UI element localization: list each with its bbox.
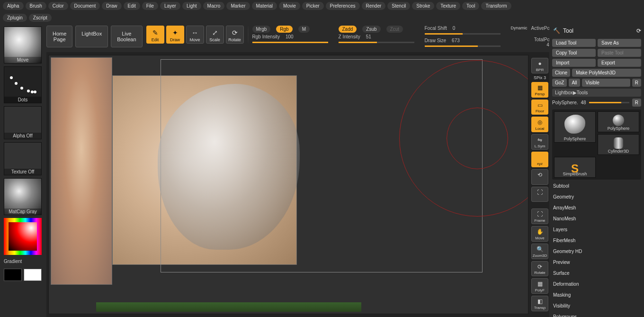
menu-item-marker[interactable]: Marker bbox=[226, 2, 250, 10]
move-mode-button[interactable]: ↔Move bbox=[186, 26, 204, 44]
quicksave-r-button[interactable]: R bbox=[632, 99, 641, 107]
section-preview[interactable]: Preview bbox=[552, 258, 641, 267]
z-intensity-slider[interactable] bbox=[339, 42, 414, 43]
local-button[interactable]: ◎Local bbox=[531, 117, 548, 132]
menu-item-stencil[interactable]: Stencil bbox=[387, 2, 410, 10]
mrgb-toggle[interactable]: Mrgb bbox=[252, 26, 271, 33]
quicksave-slider[interactable] bbox=[589, 102, 629, 103]
material-ball-icon[interactable] bbox=[248, 26, 249, 44]
menu-item-zplugin[interactable]: Zplugin bbox=[3, 14, 27, 22]
edit-mode-button[interactable]: ✎Edit bbox=[146, 26, 164, 44]
menu-item-color[interactable]: Color bbox=[48, 2, 68, 10]
dynamic-toggle[interactable]: Dynamic bbox=[511, 26, 528, 30]
brush-thumbnail[interactable]: Move bbox=[4, 27, 42, 63]
section-visibility[interactable]: Visibility bbox=[552, 301, 641, 310]
axis-rotate-button[interactable]: ⟲ bbox=[531, 169, 548, 185]
draw-size-slider[interactable] bbox=[425, 45, 501, 47]
floor-button[interactable]: ▭Floor bbox=[531, 100, 548, 115]
gradient-label[interactable]: Gradient bbox=[4, 259, 43, 264]
menu-item-brush[interactable]: Brush bbox=[26, 2, 46, 10]
move-view-button[interactable]: ✋Move bbox=[531, 226, 548, 242]
load-tool-button[interactable]: Load Tool bbox=[552, 39, 596, 47]
viewport-canvas[interactable] bbox=[48, 55, 528, 314]
section-arraymesh[interactable]: ArrayMesh bbox=[552, 203, 641, 212]
rgb-intensity-slider[interactable] bbox=[252, 42, 328, 43]
rotate-mode-button[interactable]: ⟳Rotate bbox=[226, 26, 244, 44]
tool-item-polysphere-main[interactable]: PolySphere bbox=[554, 111, 596, 143]
menu-item-tool[interactable]: Tool bbox=[462, 2, 479, 10]
menu-item-render[interactable]: Render bbox=[362, 2, 386, 10]
section-masking[interactable]: Masking bbox=[552, 290, 641, 299]
lightbox-button[interactable]: LightBox bbox=[75, 26, 108, 47]
alpha-thumbnail[interactable]: Alpha Off bbox=[4, 106, 42, 139]
section-deformation[interactable]: Deformation bbox=[552, 280, 641, 289]
menu-item-zscript[interactable]: Zscript bbox=[29, 14, 52, 22]
goz-visible-button[interactable]: Visible bbox=[582, 79, 630, 87]
texture-thumbnail[interactable]: Texture Off bbox=[4, 142, 42, 175]
menu-item-transform[interactable]: Transform bbox=[481, 2, 511, 10]
zsub-toggle[interactable]: Zsub bbox=[362, 26, 380, 33]
menu-item-draw[interactable]: Draw bbox=[102, 2, 121, 10]
bpr-button[interactable]: ●BPR bbox=[531, 58, 548, 73]
section-surface[interactable]: Surface bbox=[552, 269, 641, 278]
paste-tool-button[interactable]: Paste Tool bbox=[598, 49, 641, 57]
menu-item-picker[interactable]: Picker bbox=[302, 2, 324, 10]
fit-button[interactable]: ⛶ bbox=[531, 187, 548, 202]
material-thumbnail[interactable]: MatCap Gray bbox=[4, 178, 42, 215]
polyf-button[interactable]: ▦PolyF bbox=[531, 278, 548, 294]
menu-item-edit[interactable]: Edit bbox=[124, 2, 140, 10]
menu-item-layer[interactable]: Layer bbox=[160, 2, 180, 10]
frame-button[interactable]: ⛶Frame bbox=[531, 208, 548, 224]
refresh-icon[interactable]: ⟳ bbox=[636, 27, 641, 34]
tool-item-simplebrush[interactable]: SSimpleBrush bbox=[554, 157, 596, 178]
menu-item-macro[interactable]: Macro bbox=[203, 2, 225, 10]
scale-mode-button[interactable]: ⤢Scale bbox=[206, 26, 224, 44]
stroke-thumbnail[interactable]: Dots bbox=[4, 66, 42, 103]
section-fibermesh[interactable]: FiberMesh bbox=[552, 236, 641, 245]
section-geometry[interactable]: Geometry bbox=[552, 192, 641, 201]
export-button[interactable]: Export bbox=[598, 59, 641, 67]
menu-item-preferences[interactable]: Preferences bbox=[326, 2, 360, 10]
draw-mode-button[interactable]: ✦Draw bbox=[166, 26, 184, 44]
section-subtool[interactable]: Subtool bbox=[552, 181, 641, 190]
lsym-button[interactable]: ⇋L.Sym bbox=[531, 134, 548, 150]
swatch-primary[interactable] bbox=[24, 269, 42, 281]
menu-item-document[interactable]: Document bbox=[70, 2, 100, 10]
section-layers[interactable]: Layers bbox=[552, 225, 641, 234]
clone-button[interactable]: Clone bbox=[552, 69, 570, 77]
menu-item-stroke[interactable]: Stroke bbox=[412, 2, 434, 10]
focal-shift-slider[interactable] bbox=[425, 33, 501, 35]
goz-button[interactable]: GoZ bbox=[552, 79, 567, 87]
menu-item-material[interactable]: Material bbox=[252, 2, 277, 10]
copy-tool-button[interactable]: Copy Tool bbox=[552, 49, 596, 57]
persp-button[interactable]: ▦Persp bbox=[531, 82, 548, 98]
m-toggle[interactable]: M bbox=[298, 26, 310, 33]
transp-button[interactable]: ◧Transp bbox=[531, 296, 548, 311]
menu-item-movie[interactable]: Movie bbox=[279, 2, 300, 10]
menu-item-light[interactable]: Light bbox=[182, 2, 201, 10]
section-geometryhd[interactable]: Geometry HD bbox=[552, 247, 641, 256]
menu-item-file[interactable]: File bbox=[142, 2, 158, 10]
zcut-toggle[interactable]: Zcut bbox=[386, 26, 403, 33]
zoom3d-button[interactable]: 🔍Zoom3D bbox=[531, 244, 548, 259]
tool-item-cylinder3d[interactable]: Cylinder3D bbox=[598, 134, 639, 155]
make-polymesh-button[interactable]: Make PolyMesh3D bbox=[572, 69, 641, 77]
goz-r-button[interactable]: R bbox=[632, 79, 641, 87]
goz-all-button[interactable]: All bbox=[569, 79, 580, 87]
color-picker[interactable] bbox=[4, 218, 42, 255]
rgb-toggle[interactable]: Rgb bbox=[276, 26, 292, 33]
menu-item-texture[interactable]: Texture bbox=[436, 2, 460, 10]
swatch-secondary[interactable] bbox=[4, 269, 22, 281]
zadd-toggle[interactable]: Zadd bbox=[339, 26, 357, 33]
menu-item-alpha[interactable]: Alpha bbox=[3, 2, 24, 10]
live-boolean-button[interactable]: Live Boolean bbox=[111, 26, 142, 47]
tool-item-polysphere[interactable]: PolySphere bbox=[598, 111, 639, 132]
rotate-view-button[interactable]: ⟳Rotate bbox=[531, 261, 548, 277]
save-as-button[interactable]: Save As bbox=[598, 39, 641, 47]
section-polygroups[interactable]: Polygroups bbox=[552, 312, 641, 317]
import-button[interactable]: Import bbox=[552, 59, 596, 67]
section-nanomesh[interactable]: NanoMesh bbox=[552, 214, 641, 223]
lightbox-tools-crumb[interactable]: Lightbox▶Tools bbox=[552, 89, 641, 97]
home-page-button[interactable]: Home Page bbox=[46, 26, 72, 47]
xyz-button[interactable]: xyz bbox=[531, 152, 548, 167]
